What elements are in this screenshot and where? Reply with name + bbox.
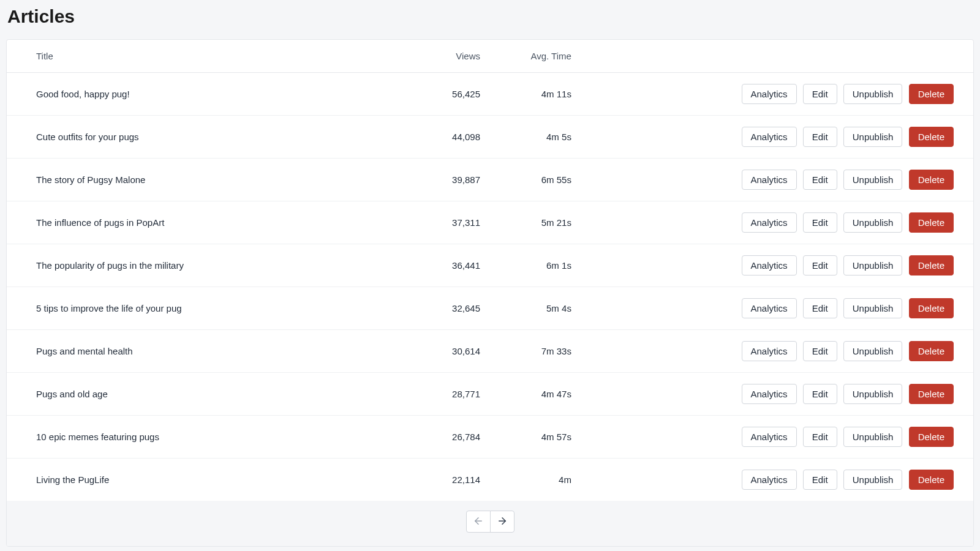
edit-button[interactable]: Edit (803, 127, 837, 147)
analytics-button[interactable]: Analytics (742, 84, 797, 104)
column-header-views: Views (374, 40, 490, 73)
delete-button[interactable]: Delete (909, 212, 954, 233)
article-title: The popularity of pugs in the military (7, 244, 374, 287)
edit-button[interactable]: Edit (803, 84, 837, 104)
page-title: Articles (7, 6, 974, 27)
row-actions: Analytics Edit Unpublish Delete (625, 287, 973, 330)
delete-button[interactable]: Delete (909, 84, 954, 104)
row-actions: Analytics Edit Unpublish Delete (625, 416, 973, 459)
article-avg-time: 5m 4s (490, 287, 625, 330)
article-avg-time: 6m 1s (490, 244, 625, 287)
table-row: 10 epic memes featuring pugs 26,784 4m 5… (7, 416, 973, 459)
unpublish-button[interactable]: Unpublish (843, 127, 903, 147)
article-views: 36,441 (374, 244, 490, 287)
article-title: Good food, happy pug! (7, 73, 374, 116)
table-row: Pugs and mental health 30,614 7m 33s Ana… (7, 330, 973, 373)
article-views: 32,645 (374, 287, 490, 330)
unpublish-button[interactable]: Unpublish (843, 384, 903, 404)
column-header-title: Title (7, 40, 374, 73)
article-avg-time: 4m 5s (490, 116, 625, 159)
edit-button[interactable]: Edit (803, 384, 837, 404)
pagination-prev-button[interactable] (466, 511, 491, 533)
edit-button[interactable]: Edit (803, 170, 837, 190)
row-actions: Analytics Edit Unpublish Delete (625, 116, 973, 159)
analytics-button[interactable]: Analytics (742, 298, 797, 318)
unpublish-button[interactable]: Unpublish (843, 170, 903, 190)
analytics-button[interactable]: Analytics (742, 384, 797, 404)
row-actions: Analytics Edit Unpublish Delete (625, 330, 973, 373)
article-title: Pugs and mental health (7, 330, 374, 373)
delete-button[interactable]: Delete (909, 427, 954, 447)
analytics-button[interactable]: Analytics (742, 427, 797, 447)
article-views: 44,098 (374, 116, 490, 159)
unpublish-button[interactable]: Unpublish (843, 298, 903, 318)
unpublish-button[interactable]: Unpublish (843, 212, 903, 233)
table-footer (7, 501, 973, 546)
table-row: The popularity of pugs in the military 3… (7, 244, 973, 287)
analytics-button[interactable]: Analytics (742, 170, 797, 190)
row-actions: Analytics Edit Unpublish Delete (625, 373, 973, 416)
table-row: Good food, happy pug! 56,425 4m 11s Anal… (7, 73, 973, 116)
edit-button[interactable]: Edit (803, 427, 837, 447)
table-row: The influence of pugs in PopArt 37,311 5… (7, 201, 973, 244)
article-views: 56,425 (374, 73, 490, 116)
article-views: 30,614 (374, 330, 490, 373)
row-actions: Analytics Edit Unpublish Delete (625, 159, 973, 201)
article-views: 37,311 (374, 201, 490, 244)
article-views: 28,771 (374, 373, 490, 416)
edit-button[interactable]: Edit (803, 341, 837, 361)
row-actions: Analytics Edit Unpublish Delete (625, 459, 973, 501)
article-avg-time: 7m 33s (490, 330, 625, 373)
edit-button[interactable]: Edit (803, 298, 837, 318)
unpublish-button[interactable]: Unpublish (843, 427, 903, 447)
articles-card: Title Views Avg. Time Good food, happy p… (6, 39, 974, 547)
row-actions: Analytics Edit Unpublish Delete (625, 244, 973, 287)
article-avg-time: 4m (490, 459, 625, 501)
delete-button[interactable]: Delete (909, 170, 954, 190)
pagination (466, 511, 514, 533)
delete-button[interactable]: Delete (909, 298, 954, 318)
analytics-button[interactable]: Analytics (742, 470, 797, 490)
article-title: 5 tips to improve the life of your pug (7, 287, 374, 330)
article-views: 22,114 (374, 459, 490, 501)
delete-button[interactable]: Delete (909, 470, 954, 490)
unpublish-button[interactable]: Unpublish (843, 84, 903, 104)
article-views: 39,887 (374, 159, 490, 201)
pagination-next-button[interactable] (490, 511, 514, 533)
arrow-right-icon (497, 515, 508, 528)
row-actions: Analytics Edit Unpublish Delete (625, 201, 973, 244)
delete-button[interactable]: Delete (909, 127, 954, 147)
analytics-button[interactable]: Analytics (742, 212, 797, 233)
table-row: The story of Pugsy Malone 39,887 6m 55s … (7, 159, 973, 201)
article-title: Cute outfits for your pugs (7, 116, 374, 159)
edit-button[interactable]: Edit (803, 255, 837, 276)
article-avg-time: 4m 47s (490, 373, 625, 416)
article-title: The influence of pugs in PopArt (7, 201, 374, 244)
article-views: 26,784 (374, 416, 490, 459)
delete-button[interactable]: Delete (909, 341, 954, 361)
article-avg-time: 6m 55s (490, 159, 625, 201)
articles-table: Title Views Avg. Time Good food, happy p… (7, 40, 973, 501)
article-avg-time: 4m 57s (490, 416, 625, 459)
delete-button[interactable]: Delete (909, 384, 954, 404)
row-actions: Analytics Edit Unpublish Delete (625, 73, 973, 116)
edit-button[interactable]: Edit (803, 212, 837, 233)
table-row: Living the PugLife 22,114 4m Analytics E… (7, 459, 973, 501)
unpublish-button[interactable]: Unpublish (843, 341, 903, 361)
unpublish-button[interactable]: Unpublish (843, 470, 903, 490)
article-title: Living the PugLife (7, 459, 374, 501)
article-title: 10 epic memes featuring pugs (7, 416, 374, 459)
column-header-actions (625, 40, 973, 73)
article-title: Pugs and old age (7, 373, 374, 416)
unpublish-button[interactable]: Unpublish (843, 255, 903, 276)
edit-button[interactable]: Edit (803, 470, 837, 490)
table-row: Pugs and old age 28,771 4m 47s Analytics… (7, 373, 973, 416)
delete-button[interactable]: Delete (909, 255, 954, 276)
article-avg-time: 5m 21s (490, 201, 625, 244)
analytics-button[interactable]: Analytics (742, 341, 797, 361)
article-title: The story of Pugsy Malone (7, 159, 374, 201)
analytics-button[interactable]: Analytics (742, 127, 797, 147)
table-row: Cute outfits for your pugs 44,098 4m 5s … (7, 116, 973, 159)
analytics-button[interactable]: Analytics (742, 255, 797, 276)
table-row: 5 tips to improve the life of your pug 3… (7, 287, 973, 330)
